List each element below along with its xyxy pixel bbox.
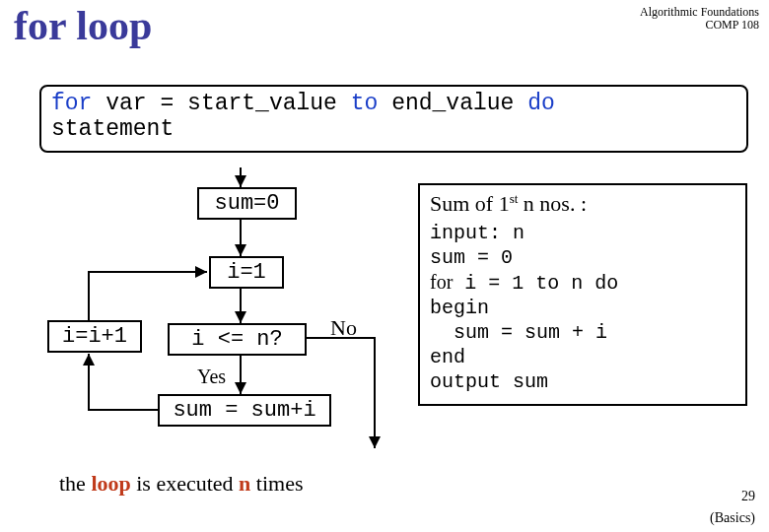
tok-eq: = — [147, 91, 187, 116]
pc-l3-for: for — [430, 271, 453, 293]
pc-l5: sum = sum + i — [430, 321, 607, 344]
kw-do: do — [527, 91, 555, 116]
ft-a1: loop — [91, 471, 130, 496]
flow-box-incr: i=i+1 — [47, 320, 142, 353]
flow-label-no: No — [330, 315, 357, 341]
pseudocode-title: Sum of 1st n nos. : — [430, 191, 735, 217]
pc-l3-rest: i = 1 to n do — [453, 272, 618, 295]
page-title: for loop — [14, 2, 152, 49]
pc-l7: output sum — [430, 370, 548, 393]
flow-box-sumadd: sum = sum+i — [158, 394, 331, 427]
ft-t2: is executed — [131, 471, 239, 496]
flow-box-i1: i=1 — [209, 256, 284, 289]
pseudocode-body: input: n sum = 0 for i = 1 to n do begin… — [430, 221, 735, 394]
flow-box-sum0: sum=0 — [197, 187, 297, 220]
course-code: COMP 108 — [640, 19, 759, 32]
tok-end: end_value — [391, 91, 514, 116]
tok-start: start_value — [187, 91, 337, 116]
ft-a2: n — [239, 471, 250, 496]
kw-for: for — [51, 91, 92, 116]
syntax-line-1: for var = start_value to end_value do — [51, 91, 736, 116]
pc-l4: begin — [430, 297, 489, 319]
pt-suffix: n nos. : — [518, 191, 587, 216]
ft-t1: the — [59, 471, 91, 496]
syntax-line-2: statement — [51, 116, 736, 142]
syntax-box: for var = start_value to end_value do st… — [39, 85, 748, 153]
pc-l6: end — [430, 346, 465, 368]
kw-to: to — [351, 91, 379, 116]
tok-var: var — [105, 91, 146, 116]
flow-label-yes: Yes — [197, 366, 226, 388]
ft-t3: times — [250, 471, 303, 496]
pseudocode-box: Sum of 1st n nos. : input: n sum = 0 for… — [418, 183, 747, 406]
slide-number: 29 — [741, 489, 755, 504]
pc-l2: sum = 0 — [430, 246, 513, 269]
footer-sentence: the loop is executed n times — [59, 471, 304, 497]
pt-prefix: Sum of 1 — [430, 191, 510, 216]
flow-box-cond: i <= n? — [168, 323, 307, 356]
course-header: Algorithmic Foundations COMP 108 — [640, 6, 759, 32]
section-label: (Basics) — [710, 510, 755, 526]
flowchart: sum=0 i=1 i <= n? Yes No sum = sum+i i=i… — [39, 167, 404, 453]
pc-l1: input: n — [430, 222, 524, 244]
tok-stmt: statement — [51, 116, 174, 142]
